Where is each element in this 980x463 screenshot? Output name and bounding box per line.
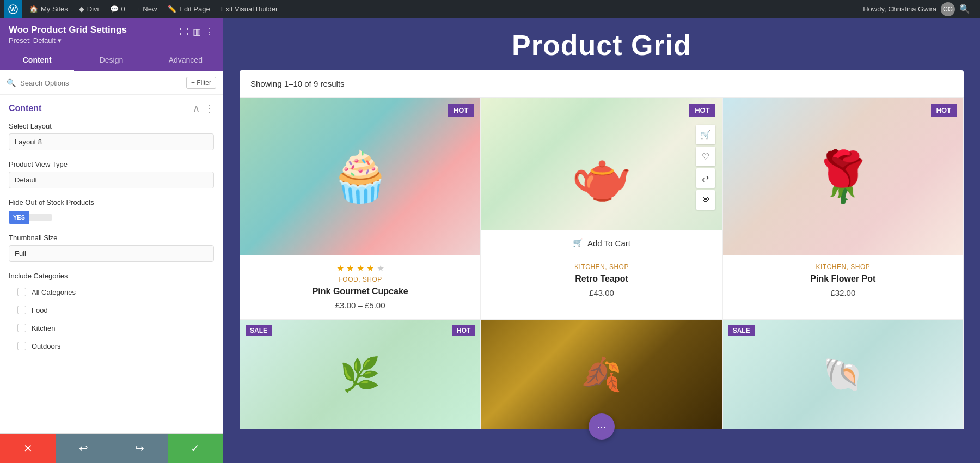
- admin-bar-edit-page[interactable]: ✏️ Edit Page: [162, 0, 215, 18]
- plus-icon: +: [136, 5, 140, 13]
- sidebar-header-icons: ⛶ ▥ ⋮: [180, 27, 214, 37]
- more-options-icon[interactable]: ⋮: [205, 27, 214, 37]
- sidebar-header: Woo Product Grid Settings Preset: Defaul…: [0, 18, 223, 50]
- page-title-section: Product Grid: [223, 18, 980, 70]
- layout-select[interactable]: Layout 8: [9, 133, 214, 150]
- sidebar-body: Content ∧ ⋮ Select Layout Layout 8 Produ…: [0, 95, 223, 463]
- product-categories-cupcake: FOOD, SHOP: [248, 276, 473, 283]
- thumbnail-select[interactable]: Full: [9, 245, 214, 262]
- wishlist-icon-btn[interactable]: ♡: [696, 147, 715, 166]
- hide-stock-label: Hide Out of Stock Products: [9, 198, 214, 206]
- compare-icon-btn[interactable]: ⇄: [696, 168, 715, 188]
- star-2: ★: [346, 264, 354, 273]
- category-kitchen-label: Kitchen: [32, 324, 55, 332]
- view-icon-btn[interactable]: 👁: [696, 190, 715, 210]
- product-actions-teapot: 🛒 ♡ ⇄ 👁: [696, 125, 715, 210]
- pencil-icon: ✏️: [168, 5, 176, 13]
- fab-button[interactable]: ···: [589, 413, 615, 440]
- comment-icon: 💬: [110, 5, 119, 13]
- admin-bar-new[interactable]: + New: [131, 0, 163, 18]
- fullscreen-icon[interactable]: ⛶: [180, 27, 188, 37]
- sidebar-footer: ✕ ↩ ↪ ✓: [0, 433, 223, 463]
- product-image-bottom-0: 🌿: [240, 320, 480, 429]
- tab-design[interactable]: Design: [74, 50, 148, 71]
- product-card-bottom-0[interactable]: 🌿 SALE HOT: [240, 319, 481, 429]
- wp-logo[interactable]: W: [4, 0, 22, 18]
- product-card-cupcake[interactable]: HOT 🧁 ★ ★ ★ ★ ★ FOOD, SHOP Pink Go: [240, 97, 481, 319]
- product-card-bottom-1[interactable]: 🍂 ···: [481, 319, 722, 429]
- product-price-cupcake: £3.00 – £5.00: [248, 301, 473, 310]
- section-more-icon[interactable]: ⋮: [204, 102, 214, 114]
- preset-selector[interactable]: Preset: Default ▾: [9, 36, 127, 45]
- columns-icon[interactable]: ▥: [193, 27, 201, 37]
- product-price-flowerpot: £32.00: [731, 288, 955, 297]
- category-food-checkbox[interactable]: [17, 306, 26, 314]
- admin-bar-exit-builder[interactable]: Exit Visual Builder: [216, 0, 284, 18]
- product-info-teapot: KITCHEN, SHOP Retro Teapot £43.00: [481, 255, 721, 306]
- star-4: ★: [366, 264, 374, 273]
- main-content: Product Grid Showing 1–10 of 9 results H…: [223, 18, 980, 463]
- product-card-bottom-2[interactable]: 🐚 SALE: [722, 319, 964, 429]
- category-kitchen[interactable]: Kitchen: [17, 319, 205, 337]
- tab-advanced[interactable]: Advanced: [149, 50, 223, 71]
- sidebar: Woo Product Grid Settings Preset: Defaul…: [0, 18, 223, 463]
- admin-bar-user: Howdy, Christina Gwira CG 🔍: [857, 2, 976, 16]
- product-info-cupcake: ★ ★ ★ ★ ★ FOOD, SHOP Pink Gourmet Cupcak…: [240, 255, 480, 319]
- admin-bar-mysites[interactable]: 🏠 My Sites: [24, 0, 74, 18]
- avatar: CG: [941, 2, 955, 16]
- product-card-flowerpot[interactable]: HOT 🌹 KITCHEN, SHOP Pink Flower Pot £32.…: [722, 97, 964, 319]
- category-kitchen-checkbox[interactable]: [17, 324, 26, 332]
- product-info-flowerpot: KITCHEN, SHOP Pink Flower Pot £32.00: [723, 255, 963, 306]
- results-text: Showing 1–10 of 9 results: [250, 79, 345, 88]
- collapse-icon[interactable]: ∧: [193, 102, 200, 114]
- admin-bar: W 🏠 My Sites ◆ Divi 💬 0 + New ✏️ Edit Pa…: [0, 0, 980, 18]
- add-to-cart-label: Add To Cart: [587, 239, 630, 248]
- admin-bar-comments[interactable]: 💬 0: [105, 0, 131, 18]
- product-image-bottom-2: 🐚: [723, 320, 963, 429]
- product-name-cupcake: Pink Gourmet Cupcake: [248, 287, 473, 296]
- page-title: Product Grid: [223, 29, 980, 62]
- bottom-badge-sale-2: SALE: [728, 325, 755, 336]
- thumbnail-field: Thumbnail Size Full: [0, 230, 223, 269]
- cart-icon: 🛒: [573, 238, 583, 248]
- search-icon[interactable]: 🔍: [959, 4, 970, 14]
- product-image-flowerpot: 🌹: [723, 98, 963, 255]
- add-to-cart-icon-btn[interactable]: 🛒: [696, 125, 715, 144]
- admin-bar-divi[interactable]: ◆ Divi: [74, 0, 105, 18]
- view-type-select[interactable]: Default: [9, 172, 214, 188]
- hide-stock-field: Hide Out of Stock Products YES: [0, 195, 223, 230]
- search-input[interactable]: [20, 79, 182, 87]
- cancel-button[interactable]: ✕: [0, 434, 56, 463]
- add-to-cart-overlay[interactable]: 🛒 Add To Cart: [481, 230, 721, 255]
- categories-label: Include Categories: [9, 272, 214, 280]
- divi-icon: ◆: [79, 5, 84, 13]
- tab-content[interactable]: Content: [0, 50, 74, 71]
- category-outdoors-checkbox[interactable]: [17, 342, 26, 350]
- main-wrapper: Woo Product Grid Settings Preset: Defaul…: [0, 18, 980, 463]
- product-badge-teapot: HOT: [689, 104, 715, 117]
- category-food[interactable]: Food: [17, 301, 205, 319]
- search-icon: 🔍: [7, 78, 16, 87]
- undo-button[interactable]: ↩: [56, 434, 112, 463]
- category-outdoors[interactable]: Outdoors: [17, 337, 205, 355]
- svg-text:W: W: [10, 6, 16, 13]
- sidebar-tabs: Content Design Advanced: [0, 50, 223, 71]
- categories-field: Include Categories All Categories Food K…: [0, 269, 223, 362]
- category-all-checkbox[interactable]: [17, 288, 26, 296]
- hide-stock-toggle[interactable]: YES: [9, 211, 52, 224]
- product-card-teapot[interactable]: HOT 🫖 🛒 ♡ ⇄ 👁 🛒 Add To C: [481, 97, 722, 319]
- layout-label: Select Layout: [9, 122, 214, 130]
- category-all[interactable]: All Categories: [17, 283, 205, 301]
- thumbnail-label: Thumbnail Size: [9, 234, 214, 242]
- star-5: ★: [377, 264, 384, 273]
- product-image-cupcake: 🧁: [240, 98, 480, 255]
- product-stars-cupcake: ★ ★ ★ ★ ★: [248, 263, 473, 273]
- toggle-no[interactable]: [29, 214, 52, 221]
- star-1: ★: [336, 264, 344, 273]
- redo-button[interactable]: ↪: [112, 434, 168, 463]
- products-container: Showing 1–10 of 9 results HOT 🧁 ★ ★ ★ ★: [223, 70, 980, 429]
- toggle-yes[interactable]: YES: [9, 211, 29, 224]
- filter-button[interactable]: + Filter: [186, 77, 216, 89]
- product-categories-flowerpot: KITCHEN, SHOP: [731, 263, 955, 271]
- save-button[interactable]: ✓: [168, 434, 224, 463]
